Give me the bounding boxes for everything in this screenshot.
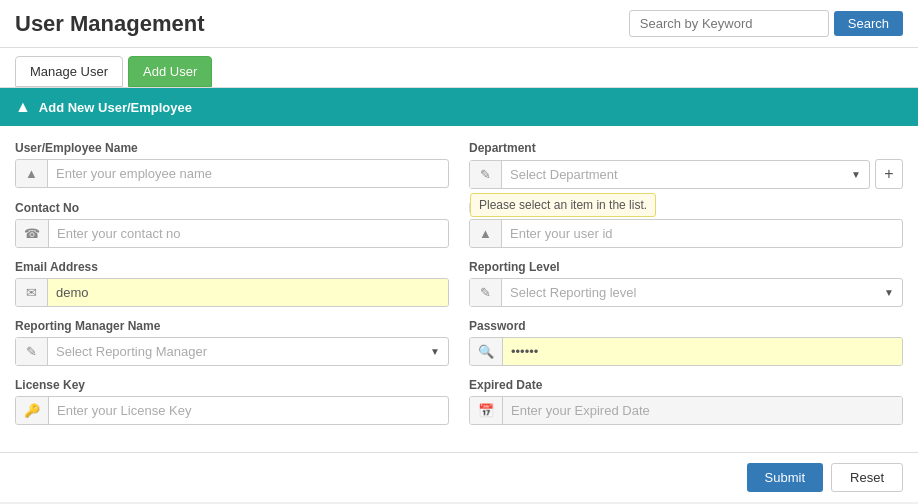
- department-tooltip: Please select an item in the list.: [470, 193, 656, 217]
- form-title: Add New User/Employee: [39, 100, 192, 115]
- employee-code-input-wrapper: ▲: [469, 219, 903, 248]
- email-icon: ✉: [16, 279, 48, 306]
- license-label: License Key: [15, 378, 449, 392]
- key-icon: 🔑: [16, 397, 49, 424]
- reporting-manager-label: Reporting Manager Name: [15, 319, 449, 333]
- password-input[interactable]: [503, 338, 902, 365]
- department-select-wrapper: ✎ Select Department ▼ Please select an i…: [469, 160, 870, 189]
- email-input-wrapper: ✉: [15, 278, 449, 307]
- reporting-level-label: Reporting Level: [469, 260, 903, 274]
- edit-icon-3: ✎: [16, 338, 48, 365]
- email-field: Email Address ✉: [15, 260, 449, 307]
- page-title: User Management: [15, 11, 205, 37]
- search-input[interactable]: [629, 10, 829, 37]
- reporting-manager-field: Reporting Manager Name ✎ Select Reportin…: [15, 319, 449, 366]
- reporting-manager-select[interactable]: Select Reporting Manager: [48, 338, 422, 365]
- reporting-manager-select-wrapper: ✎ Select Reporting Manager ▼: [15, 337, 449, 366]
- chevron-down-icon-2: ▼: [876, 281, 902, 304]
- chevron-down-icon: ▼: [843, 163, 869, 186]
- form-section: ▲ Add New User/Employee User/Employee Na…: [0, 88, 918, 452]
- department-field: Department ✎ Select Department ▼ Please …: [469, 141, 903, 189]
- email-input[interactable]: [48, 279, 448, 306]
- add-department-button[interactable]: +: [875, 159, 903, 189]
- user-icon: ▲: [16, 160, 48, 187]
- employee-name-input-wrapper: ▲: [15, 159, 449, 188]
- reporting-level-select[interactable]: Select Reporting level: [502, 279, 876, 306]
- search-area: Search: [629, 10, 903, 37]
- form-header: ▲ Add New User/Employee: [0, 88, 918, 126]
- reset-button[interactable]: Reset: [831, 463, 903, 492]
- edit-icon-2: ✎: [470, 279, 502, 306]
- contact-field: Contact No ☎: [15, 201, 449, 248]
- expired-date-field: Expired Date 📅: [469, 378, 903, 425]
- edit-icon: ✎: [470, 161, 502, 188]
- tab-add-user[interactable]: Add User: [128, 56, 212, 87]
- license-input-wrapper: 🔑: [15, 396, 449, 425]
- tab-bar: Manage User Add User: [0, 48, 918, 88]
- chevron-down-icon-3: ▼: [422, 340, 448, 363]
- password-field: Password 🔍: [469, 319, 903, 366]
- contact-input-wrapper: ☎: [15, 219, 449, 248]
- expired-date-input-wrapper: 📅: [469, 396, 903, 425]
- license-input[interactable]: [49, 397, 448, 424]
- tab-manage-user[interactable]: Manage User: [15, 56, 123, 87]
- submit-button[interactable]: Submit: [747, 463, 823, 492]
- reporting-level-select-wrapper: ✎ Select Reporting level ▼: [469, 278, 903, 307]
- contact-input[interactable]: [49, 220, 448, 247]
- employee-name-input[interactable]: [48, 160, 448, 187]
- employee-name-label: User/Employee Name: [15, 141, 449, 155]
- expired-date-label: Expired Date: [469, 378, 903, 392]
- employee-code-input[interactable]: [502, 220, 902, 247]
- contact-label: Contact No: [15, 201, 449, 215]
- department-row: ✎ Select Department ▼ Please select an i…: [469, 159, 903, 189]
- employee-name-field: User/Employee Name ▲: [15, 141, 449, 189]
- calendar-icon: 📅: [470, 397, 503, 424]
- user-icon-2: ▲: [470, 220, 502, 247]
- department-label: Department: [469, 141, 903, 155]
- password-label: Password: [469, 319, 903, 333]
- reporting-level-field: Reporting Level ✎ Select Reporting level…: [469, 260, 903, 307]
- password-input-wrapper: 🔍: [469, 337, 903, 366]
- form-footer: Submit Reset: [0, 452, 918, 502]
- expired-date-input[interactable]: [503, 397, 902, 424]
- department-select[interactable]: Select Department: [502, 161, 843, 188]
- form-body: User/Employee Name ▲ Department ✎ Select…: [0, 126, 918, 452]
- page-header: User Management Search: [0, 0, 918, 48]
- license-field: License Key 🔑: [15, 378, 449, 425]
- email-label: Email Address: [15, 260, 449, 274]
- search-button[interactable]: Search: [834, 11, 903, 36]
- phone-icon: ☎: [16, 220, 49, 247]
- person-icon: ▲: [15, 98, 31, 116]
- lock-icon: 🔍: [470, 338, 503, 365]
